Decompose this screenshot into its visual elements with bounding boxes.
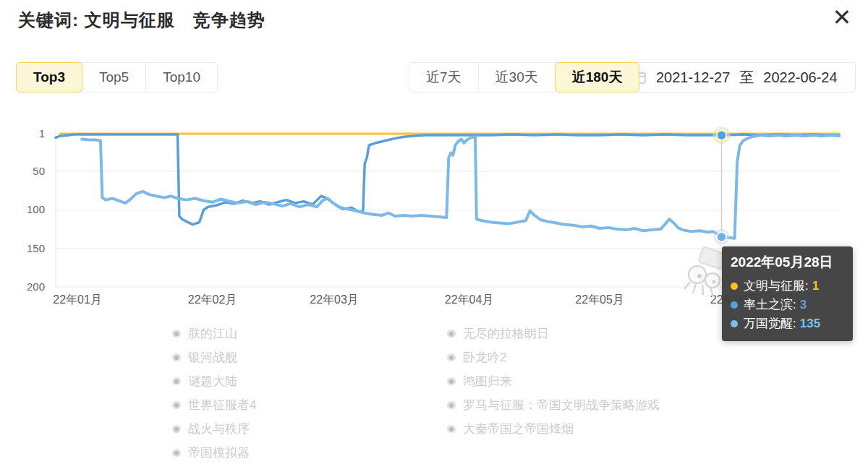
legend-item-label: 谜题大陆 <box>188 373 237 390</box>
y-axis-tick-label: 200 <box>27 280 45 293</box>
tab-top10[interactable]: Top10 <box>145 62 218 93</box>
close-icon[interactable]: ✕ <box>827 3 856 32</box>
hover-point-bottom[interactable] <box>717 232 726 241</box>
chart-tooltip: 2022年05月28日 文明与征服:1率土之滨:3万国觉醒:135 <box>722 246 853 341</box>
legend-item-label: 罗马与征服：帝国文明战争策略游戏 <box>463 397 660 413</box>
tab-top3[interactable]: Top3 <box>16 62 82 93</box>
legend-bullet-icon <box>447 377 456 385</box>
tooltip-row: 率土之滨:3 <box>731 296 844 314</box>
legend-bullet-icon <box>172 353 181 361</box>
legend-item[interactable]: 世界征服者4 <box>172 393 256 417</box>
legend-bullet-icon <box>172 425 181 433</box>
legend-item[interactable]: 谜题大陆 <box>172 369 256 393</box>
tooltip-row: 文明与征服:1 <box>731 277 844 296</box>
y-axis-tick-label: 150 <box>27 242 45 254</box>
tooltip-series-dot-icon <box>731 301 738 309</box>
tooltip-series-value: 135 <box>800 314 820 333</box>
x-axis-tick-label: 22年04月 <box>445 293 494 306</box>
tooltip-date: 2022年05月28日 <box>731 253 844 272</box>
time-range-tab-group: 近7天 近30天 近180天 <box>409 62 639 93</box>
legend-bullet-icon <box>172 401 181 409</box>
tooltip-series-name: 率土之滨: <box>744 296 796 314</box>
x-axis-tick-label: 22年02月 <box>188 293 237 306</box>
date-range-end: 2022-06-24 <box>763 69 837 86</box>
legend-bullet-icon <box>447 425 456 433</box>
legend-column-left: 朕的江山银河战舰谜题大陆世界征服者4战火与秩序帝国模拟器 <box>172 322 256 464</box>
y-axis-tick-label: 100 <box>27 203 45 215</box>
hover-point-top[interactable] <box>717 131 726 140</box>
tab-last-180-days[interactable]: 近180天 <box>555 62 640 93</box>
legend-item-label: 世界征服者4 <box>188 397 256 413</box>
legend-item-label: 帝国模拟器 <box>188 444 250 461</box>
legend-item[interactable]: 朕的江山 <box>172 322 256 345</box>
legend-bullet-icon <box>447 401 456 409</box>
legend-item[interactable]: 银河战舰 <box>172 345 256 369</box>
tab-last-30-days[interactable]: 近30天 <box>478 62 556 93</box>
legend-bullet-icon <box>172 330 181 338</box>
tab-last-7-days[interactable]: 近7天 <box>409 62 479 93</box>
tooltip-series-name: 万国觉醒: <box>744 314 796 333</box>
tooltip-series-dot-icon <box>731 320 738 327</box>
legend-item[interactable]: 战火与秩序 <box>172 417 256 441</box>
tooltip-series-name: 文明与征服: <box>744 277 809 296</box>
legend-item-label: 朕的江山 <box>188 325 237 342</box>
legend-item-label: 卧龙吟2 <box>463 349 506 366</box>
legend-item[interactable]: 无尽的拉格朗日 <box>447 322 660 345</box>
tooltip-series-dot-icon <box>731 283 738 290</box>
y-axis-tick-label: 50 <box>33 165 45 177</box>
x-axis-tick-label: 22年05月 <box>575 293 624 306</box>
x-axis-tick-label: 22年03月 <box>310 293 359 306</box>
tooltip-row: 万国觉醒:135 <box>731 314 844 333</box>
legend-item-label: 战火与秩序 <box>188 421 250 437</box>
legend-item-label: 鸿图归来 <box>463 373 512 390</box>
page-title: 关键词: 文明与征服 竞争趋势 <box>18 9 265 32</box>
x-axis-tick-label: 22年01月 <box>53 293 102 306</box>
legend-item-label: 无尽的拉格朗日 <box>463 325 549 342</box>
date-range-start: 2021-12-27 <box>656 69 730 86</box>
tooltip-series-value: 1 <box>812 277 819 296</box>
tab-top5[interactable]: Top5 <box>82 62 146 93</box>
legend-bullet-icon <box>172 377 181 385</box>
legend-item[interactable]: 卧龙吟2 <box>447 345 660 369</box>
legend-bullet-icon <box>172 449 181 457</box>
legend-item[interactable]: 大秦帝国之帝国烽烟 <box>447 417 660 441</box>
topn-tab-group: Top3 Top5 Top10 <box>16 62 218 93</box>
legend-item[interactable]: 罗马与征服：帝国文明战争策略游戏 <box>447 393 660 417</box>
legend-column-right: 无尽的拉格朗日卧龙吟2鸿图归来罗马与征服：帝国文明战争策略游戏大秦帝国之帝国烽烟 <box>447 322 660 441</box>
legend-item[interactable]: 鸿图归来 <box>447 369 660 393</box>
legend-item[interactable]: 帝国模拟器 <box>172 441 256 464</box>
legend-item-label: 银河战舰 <box>188 349 237 366</box>
tooltip-series-value: 3 <box>800 296 807 314</box>
y-axis-tick-label: 1 <box>39 127 45 139</box>
date-range-picker[interactable]: 2021-12-27 至 2022-06-24 <box>621 62 856 93</box>
legend-item-label: 大秦帝国之帝国烽烟 <box>463 421 574 437</box>
legend-bullet-icon <box>447 353 456 361</box>
date-range-separator: 至 <box>739 68 754 87</box>
legend-bullet-icon <box>447 330 456 338</box>
